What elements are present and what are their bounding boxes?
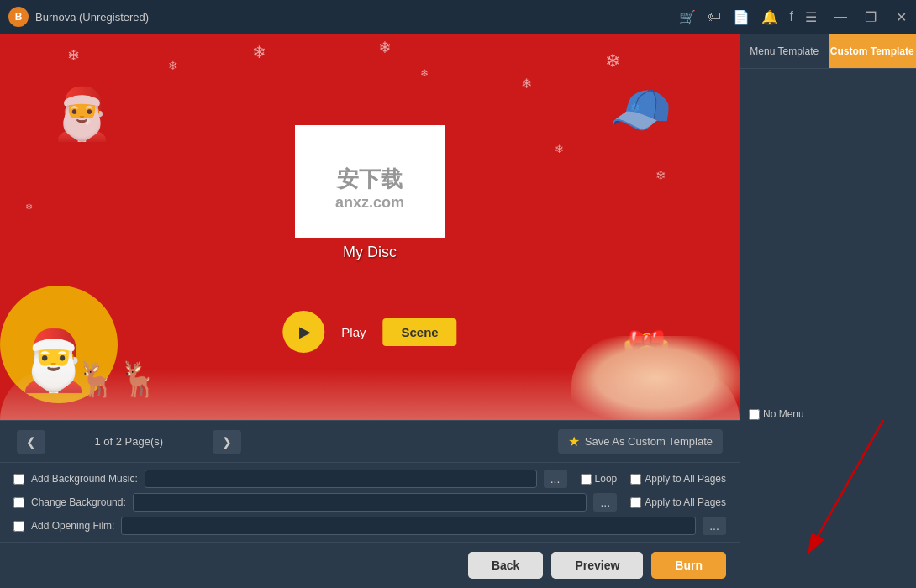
opening-film-input[interactable] [121,517,696,535]
apply-all-2-text: Apply to All Pages [645,496,726,508]
bg-music-browse-button[interactable]: ... [544,470,567,488]
arrow-annotation [740,353,916,588]
doc-icon[interactable]: 📄 [733,9,750,25]
play-button[interactable] [282,311,324,353]
opening-film-browse-button[interactable]: ... [703,517,726,535]
bg-music-label: Add Background Music: [31,473,138,485]
apply-all-1-checkbox[interactable] [630,474,641,485]
stamp-frame [296,126,445,237]
right-panel: Menu Template Custom Template No Menu [740,34,916,588]
no-menu-area: No Menu [749,408,903,420]
menu-icon[interactable]: ☰ [805,9,817,25]
no-menu-checkbox[interactable] [749,409,760,420]
tab-menu-template[interactable]: Menu Template [740,34,829,68]
snowflake-1: ❄ [67,46,80,65]
opening-film-checkbox[interactable] [13,521,24,532]
bell-icon[interactable]: 🔔 [761,9,778,25]
change-bg-checkbox[interactable] [13,497,24,508]
change-bg-row: Change Background: ... Apply to All Page… [13,493,726,512]
snowflake-12: ❄ [378,38,392,57]
window-controls: 🛒 🏷 📄 🔔 f ☰ — ❐ ✕ [671,0,916,34]
play-label: Play [341,325,366,339]
save-template-label: Save As Custom Template [585,435,713,448]
disc-title: My Disc [294,244,445,261]
cloud-bottom-decoration [0,370,740,420]
svg-line-1 [808,420,883,554]
apply-all-1-text: Apply to All Pages [645,473,726,485]
minimize-button[interactable]: — [825,0,855,34]
change-bg-label: Change Background: [31,496,126,508]
nav-bar: ❮ 1 of 2 Page(s) ❯ ★ Save As Custom Temp… [0,420,740,462]
thumbnail-tree [355,187,385,215]
burn-button[interactable]: Burn [651,552,726,579]
snowflake-11: ❄ [25,202,33,213]
main-layout: ❄ ❄ ❄ ❄ ❄ ❄ ❄ ❄ ❄ ❄ ❄ ❄ 🎅 🧢 My Disc [0,34,916,588]
snowflake-4: ❄ [521,76,532,92]
star-icon: ★ [568,433,580,449]
hat-left-decoration: 🎅 [50,84,113,144]
title-bar: B Burnova (Unregistered) 🛒 🏷 📄 🔔 f ☰ — ❐… [0,0,916,34]
snowflake-5: ❄ [605,50,620,72]
prev-page-button[interactable]: ❮ [17,430,45,454]
bg-music-row: Add Background Music: ... Loop Apply to … [13,470,726,488]
snowflake-3: ❄ [252,42,266,62]
app-title: Burnova (Unregistered) [35,11,149,24]
hat-right-decoration: 🧢 [609,80,672,139]
loop-text: Loop [595,473,618,485]
toolbar-icons: 🛒 🏷 📄 🔔 f ☰ [671,0,825,34]
restore-button[interactable]: ❐ [855,0,886,34]
apply-all-2-label: Apply to All Pages [630,496,726,508]
bg-music-checkbox[interactable] [13,474,24,485]
close-button[interactable]: ✕ [886,0,916,34]
cart-icon[interactable]: 🛒 [679,9,696,25]
snowflake-10: ❄ [655,168,666,183]
next-page-button[interactable]: ❯ [213,430,241,454]
controls-overlay: Play Scene [282,311,456,353]
page-indicator: 1 of 2 Page(s) [54,435,204,448]
preview-button[interactable]: Preview [551,552,643,579]
opening-film-row: Add Opening Film: ... [13,517,726,535]
stamp-area: My Disc [294,126,445,261]
loop-label: Loop [581,473,618,485]
scene-button[interactable]: Scene [382,318,456,346]
facebook-icon[interactable]: f [790,9,793,24]
preview-area: ❄ ❄ ❄ ❄ ❄ ❄ ❄ ❄ ❄ ❄ ❄ ❄ 🎅 🧢 My Disc [0,34,740,588]
back-button[interactable]: Back [468,552,543,579]
change-bg-input[interactable] [133,493,587,512]
tag-icon[interactable]: 🏷 [708,9,721,24]
snowflake-7: ❄ [420,67,429,79]
snowflake-9: ❄ [555,143,564,155]
opening-film-label: Add Opening Film: [31,520,114,532]
bg-music-input[interactable] [145,470,537,488]
change-bg-browse-button[interactable]: ... [593,493,617,512]
panel-content: No Menu [740,69,916,588]
apply-all-2-checkbox[interactable] [630,497,641,508]
options-bar: Add Background Music: ... Loop Apply to … [0,462,740,542]
apply-all-1-label: Apply to All Pages [630,473,726,485]
tab-custom-template[interactable]: Custom Template [829,34,917,68]
app-icon: B [8,7,29,27]
action-bar: Back Preview Burn [0,542,740,588]
panel-tabs: Menu Template Custom Template [740,34,916,69]
no-menu-label: No Menu [763,408,804,420]
loop-checkbox[interactable] [581,474,592,485]
stamp-thumbnail [305,135,435,228]
snowflake-2: ❄ [168,59,178,72]
save-template-button[interactable]: ★ Save As Custom Template [558,429,723,454]
scene-canvas: ❄ ❄ ❄ ❄ ❄ ❄ ❄ ❄ ❄ ❄ ❄ ❄ 🎅 🧢 My Disc [0,34,740,420]
